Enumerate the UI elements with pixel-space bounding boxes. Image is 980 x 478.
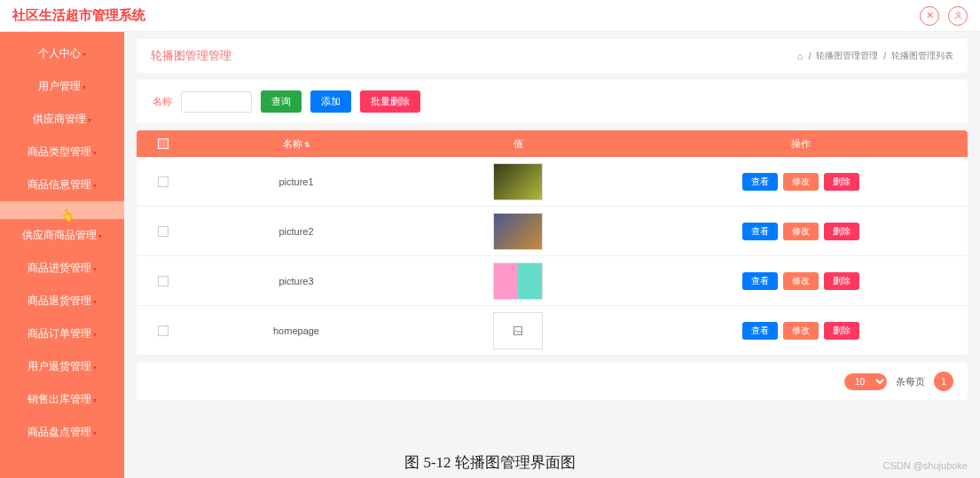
thumbnail-image <box>493 213 543 250</box>
page-header: 轮播图管理管理 ⌂ / 轮播图管理管理 / 轮播图管理列表 <box>137 39 968 73</box>
figure-caption: 图 5-12 轮播图管理界面图 <box>0 452 980 473</box>
per-page-label: 条每页 <box>896 375 925 388</box>
chevron-down-icon: ▾ <box>98 232 102 240</box>
breadcrumb: ⌂ / 轮播图管理管理 / 轮播图管理列表 <box>797 50 953 62</box>
sidebar: 个人中心▾ 用户管理▾ 供应商管理▾ 商品类型管理▾ 商品信息管理▾ 👆 供应商… <box>0 32 124 478</box>
chevron-down-icon: ▾ <box>82 83 86 91</box>
row-checkbox[interactable] <box>158 276 169 286</box>
top-icons: ✕ <box>920 6 968 26</box>
edit-button[interactable]: 修改 <box>783 272 819 290</box>
sidebar-item-order[interactable]: 商品订单管理▾ <box>0 317 124 350</box>
page-size-select[interactable]: 10 <box>844 373 887 390</box>
system-title: 社区生活超市管理系统 <box>12 7 145 24</box>
edit-button[interactable]: 修改 <box>783 173 819 191</box>
table-row: homepage 查看 修改 删除 <box>137 306 968 356</box>
sidebar-item-product-info[interactable]: 商品信息管理▾ <box>0 168 124 201</box>
view-button[interactable]: 查看 <box>742 322 778 340</box>
delete-button[interactable]: 删除 <box>824 272 859 290</box>
chevron-down-icon: ▾ <box>93 149 97 157</box>
chevron-down-icon: ▾ <box>93 298 97 306</box>
chevron-down-icon: ▾ <box>88 116 91 124</box>
cell-name: picture3 <box>190 276 403 286</box>
chevron-down-icon: ▾ <box>93 182 97 190</box>
view-button[interactable]: 查看 <box>742 272 778 290</box>
delete-button[interactable]: 删除 <box>824 173 859 191</box>
cell-name: picture2 <box>190 226 403 237</box>
row-checkbox[interactable] <box>158 226 169 237</box>
delete-button[interactable]: 删除 <box>824 223 859 240</box>
row-checkbox[interactable] <box>158 176 169 187</box>
sidebar-item-supplier[interactable]: 供应商管理▾ <box>0 103 124 136</box>
query-button[interactable]: 查询 <box>261 90 302 113</box>
sidebar-item-carousel[interactable]: 👆 <box>0 201 124 219</box>
chevron-down-icon: ▾ <box>93 331 97 339</box>
table-header: 名称⇅ 值 操作 <box>137 130 968 157</box>
sort-icon: ⇅ <box>304 141 310 149</box>
chevron-down-icon: ▾ <box>82 51 86 59</box>
sidebar-item-profile[interactable]: 个人中心▾ <box>0 37 124 70</box>
select-all-checkbox[interactable] <box>158 138 169 149</box>
sidebar-item-users[interactable]: 用户管理▾ <box>0 70 124 103</box>
pager: 10 条每页 1 <box>137 363 968 400</box>
table-row: picture2 查看 修改 删除 <box>137 207 968 256</box>
chevron-down-icon: ▾ <box>93 265 97 273</box>
search-bar: 名称 查询 添加 批量删除 <box>137 80 968 123</box>
sidebar-item-supplier-product[interactable]: 供应商商品管理▾ <box>0 219 124 252</box>
sidebar-item-return[interactable]: 商品退货管理▾ <box>0 285 124 317</box>
svg-point-0 <box>956 12 960 16</box>
thumbnail-image <box>493 163 543 200</box>
th-name[interactable]: 名称⇅ <box>190 137 403 151</box>
delete-button[interactable]: 删除 <box>824 322 859 340</box>
page-title: 轮播图管理管理 <box>151 48 231 64</box>
view-button[interactable]: 查看 <box>742 173 778 191</box>
page-number[interactable]: 1 <box>934 372 953 391</box>
thumbnail-image <box>493 263 543 300</box>
chevron-down-icon: ▾ <box>93 396 97 404</box>
close-icon[interactable]: ✕ <box>920 6 939 26</box>
row-checkbox[interactable] <box>158 325 169 336</box>
sidebar-item-purchase[interactable]: 商品进货管理▾ <box>0 252 124 285</box>
user-icon[interactable] <box>948 6 968 26</box>
chevron-down-icon: ▾ <box>93 429 97 437</box>
view-button[interactable]: 查看 <box>742 223 778 240</box>
batch-delete-button[interactable]: 批量删除 <box>360 90 420 113</box>
sidebar-item-sales-out[interactable]: 销售出库管理▾ <box>0 383 124 416</box>
search-input[interactable] <box>181 91 252 113</box>
cell-name: homepage <box>190 325 403 336</box>
th-ops: 操作 <box>633 137 968 151</box>
edit-button[interactable]: 修改 <box>783 322 819 340</box>
sidebar-item-inventory[interactable]: 商品盘点管理▾ <box>0 416 124 449</box>
topbar: 社区生活超市管理系统 ✕ <box>0 0 980 32</box>
th-value: 值 <box>403 137 633 151</box>
table-row: picture3 查看 修改 删除 <box>137 256 968 306</box>
broken-image-icon <box>493 312 543 349</box>
add-button[interactable]: 添加 <box>310 90 351 113</box>
cell-name: picture1 <box>190 176 403 187</box>
sidebar-item-user-return[interactable]: 用户退货管理▾ <box>0 350 124 383</box>
sidebar-item-product-type[interactable]: 商品类型管理▾ <box>0 136 124 168</box>
home-icon[interactable]: ⌂ <box>797 51 804 61</box>
breadcrumb-item: 轮播图管理列表 <box>891 50 953 62</box>
chevron-down-icon: ▾ <box>93 364 97 372</box>
watermark: CSDN @shujuboke <box>882 460 968 471</box>
search-label: 名称 <box>153 95 172 108</box>
table-row: picture1 查看 修改 删除 <box>137 157 968 207</box>
edit-button[interactable]: 修改 <box>783 223 819 240</box>
content: 轮播图管理管理 ⌂ / 轮播图管理管理 / 轮播图管理列表 名称 查询 添加 批… <box>124 32 980 478</box>
breadcrumb-item[interactable]: 轮播图管理管理 <box>816 50 878 62</box>
table: 名称⇅ 值 操作 picture1 查看 修改 删除 picture2 <box>137 130 968 356</box>
